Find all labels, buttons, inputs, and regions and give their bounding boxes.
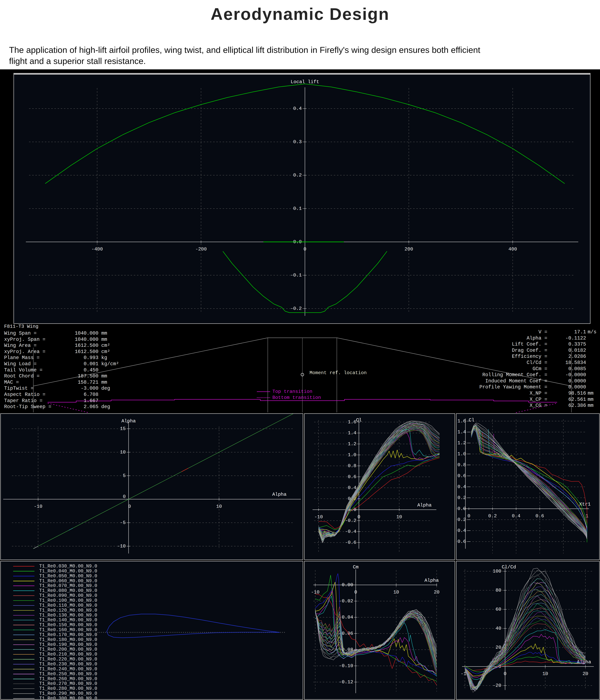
wing-param-row: Root Chord =187.500mm (4, 373, 128, 379)
op-param-text: mm (588, 397, 594, 402)
polar-color-swatch (13, 620, 34, 620)
svg-text:-0.4: -0.4 (456, 528, 466, 533)
svg-text:-0.2: -0.2 (456, 517, 466, 522)
op-param-text: Efficiency = (349, 354, 547, 359)
svg-text:0.4: 0.4 (293, 106, 302, 111)
cm-alpha-plot-panel: -10010200.00-0.02-0.04-0.06-0.08-0.10-0.… (304, 561, 455, 700)
polar-color-swatch (13, 566, 34, 567)
op-param-text: 0.0000 (549, 384, 586, 390)
op-param-row: Rolling Moment Coef. =-0.0000 (349, 372, 594, 378)
polar-legend-item: T1_Re0.060_M0.00_N9.0 (1, 578, 303, 583)
svg-text:0.4: 0.4 (348, 485, 356, 491)
polar-legend-item: T1_Re0.240_M0.00_N9.0 (1, 667, 303, 671)
clcd-alpha-chart: -1001020100806040200-20Cl/CdAlpha (456, 561, 599, 699)
cl-alpha-chart: -100101.61.41.21.00.80.60.40.2-0.0-0.2-0… (305, 414, 455, 559)
svg-text:0: 0 (504, 671, 506, 676)
wing-param-text: 1.667 (31, 398, 98, 403)
polar-legend-label: T1_Re0.220_M0.00_N9.0 (39, 657, 97, 662)
polar-legend-item: T1_Re0.250_M0.00_N9.0 (1, 671, 303, 676)
top-transition-label: Top transition (272, 389, 312, 394)
polar-legend-label: T1_Re0.170_M0.00_N9.0 (39, 632, 97, 638)
svg-text:1.0: 1.0 (348, 452, 356, 458)
polar-color-swatch (13, 645, 34, 645)
svg-text:0: 0 (357, 514, 360, 520)
op-param-text: 18.5834 (549, 360, 586, 366)
moment-ref-label: Moment ref. location (309, 370, 367, 376)
op-param-row: Lift Coef. =0.3375 (349, 342, 594, 347)
svg-text:-0.4: -0.4 (345, 529, 356, 534)
polar-legend-label: T1_Re0.280_M0.00_N9.0 (39, 686, 97, 691)
op-param-text: GCm = (349, 366, 547, 372)
wing-param-text: 158.721 (31, 379, 98, 385)
bottom-transition-label: Bottom transition (272, 395, 321, 400)
svg-text:1.6: 1.6 (457, 419, 466, 424)
svg-text:-0.12: -0.12 (339, 679, 353, 685)
svg-text:200: 200 (404, 247, 413, 252)
op-param-text: V = (349, 329, 547, 335)
svg-text:-10: -10 (314, 514, 323, 520)
polar-color-swatch (13, 591, 34, 591)
polar-color-swatch (13, 664, 34, 665)
svg-text:15: 15 (120, 426, 126, 431)
wing-param-row: Root-Tip Sweep =2.065deg (4, 404, 128, 410)
polar-legend-item: T1_Re0.270_M0.00_N9.0 (1, 681, 303, 686)
svg-text:40: 40 (496, 626, 501, 631)
op-param-text: 0.0000 (549, 378, 586, 384)
svg-text:Cl/Cd: Cl/Cd (502, 565, 516, 570)
polar-color-swatch (13, 634, 34, 635)
svg-text:-0.1: -0.1 (290, 273, 302, 278)
polar-legend-item: T1_Re0.230_M0.00_N9.0 (1, 661, 303, 667)
polar-legend-label: T1_Re0.100_M0.00_N9.0 (39, 598, 97, 603)
wing-param-row: Taper Ratio =1.667 (4, 398, 128, 404)
wing-geometry-params: Wing Span =1040.000mmxyProj. Span =1040.… (4, 330, 128, 413)
operating-point-params: V =17.1m/sAlpha =-0.1122Lift Coef. =0.33… (349, 329, 594, 412)
wing-param-row: Aspect Ratio =6.708 (4, 392, 128, 398)
svg-text:20: 20 (434, 590, 440, 595)
polar-legend-label: T1_Re0.120_M0.00_N9.0 (39, 608, 97, 613)
polar-legend-label: T1_Re0.070_M0.00_N9.0 (39, 583, 97, 589)
svg-text:Cl: Cl (356, 418, 362, 423)
svg-text:0: 0 (128, 504, 131, 509)
svg-text:1.4: 1.4 (348, 430, 356, 436)
polar-color-swatch (13, 585, 34, 586)
polar-color-swatch (13, 581, 34, 581)
op-param-text: -0.0000 (549, 372, 586, 378)
svg-text:Xtr1: Xtr1 (579, 502, 591, 507)
svg-text:-0.2: -0.2 (290, 306, 302, 311)
svg-text:0.2: 0.2 (488, 513, 497, 519)
svg-text:-0.04: -0.04 (339, 615, 353, 620)
polar-legend-label: T1_Re0.090_M0.00_N9.0 (39, 593, 97, 598)
svg-text:10: 10 (396, 514, 402, 520)
op-param-text: Profile Yawing Moment = (349, 384, 547, 390)
svg-text:-20: -20 (493, 683, 501, 688)
polar-legend-label: T1_Re0.050_M0.00_N9.0 (39, 574, 97, 579)
polar-legend-label: T1_Re0.230_M0.00_N9.0 (39, 661, 97, 667)
polar-legend-label: T1_Re0.240_M0.00_N9.0 (39, 667, 97, 672)
op-param-text: m/s (588, 329, 597, 335)
polar-legend-item: T1_Re0.050_M0.00_N9.0 (1, 574, 303, 578)
svg-text:20: 20 (582, 671, 588, 676)
op-param-row: Induced Moment Coef =0.0000 (349, 378, 594, 384)
polar-color-swatch (13, 698, 34, 699)
svg-text:1.2: 1.2 (457, 440, 466, 446)
wing-param-text: mm (101, 337, 107, 342)
polar-legend-item: T1_Re0.220_M0.00_N9.0 (1, 657, 303, 661)
wing-param-text: -3.000 (31, 385, 98, 391)
polar-legend-label: T1_Re0.270_M0.00_N9.0 (39, 681, 97, 686)
op-param-text: X_CG = (349, 403, 547, 408)
op-param-row: V =17.1m/s (349, 329, 594, 335)
polar-legend-item: T1_Re0.300_M0.00_N9.0 (1, 696, 303, 700)
polar-color-swatch (13, 610, 34, 610)
wing-param-row: Plane Mass =0.993kg (4, 355, 128, 361)
polar-legend-label: T1_Re0.030_M0.00_N9.0 (39, 564, 97, 569)
svg-text:Alpha: Alpha (417, 503, 431, 508)
polar-legend-item: T1_Re0.080_M0.00_N9.0 (1, 588, 303, 593)
svg-text:-10: -10 (311, 590, 320, 595)
svg-text:0.6: 0.6 (535, 513, 544, 519)
svg-text:1.4: 1.4 (457, 429, 466, 435)
wing-param-text: MAC = (4, 379, 19, 385)
svg-text:-0.6: -0.6 (456, 539, 466, 544)
wing-param-text: deg (101, 404, 110, 409)
polar-color-swatch (13, 674, 34, 674)
wing-param-row: Wing Load =0.001kg/cm² (4, 361, 128, 367)
